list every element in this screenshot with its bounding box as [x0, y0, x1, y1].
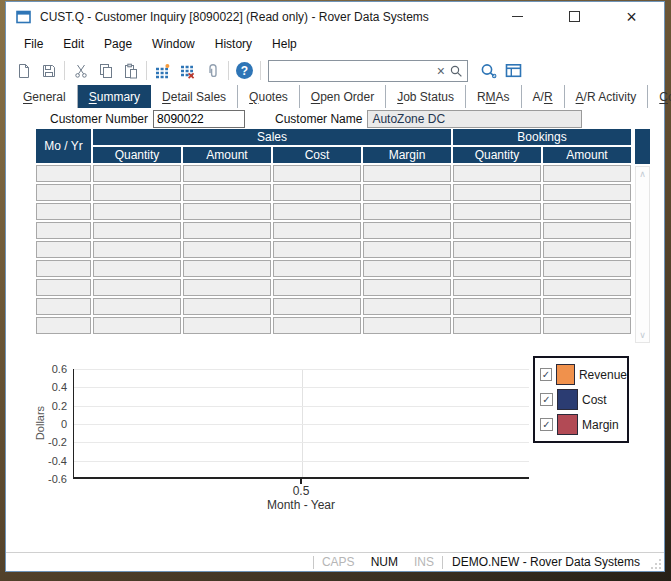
- tab-job-status[interactable]: Job Status: [386, 85, 466, 108]
- menu-page[interactable]: Page: [94, 33, 142, 55]
- scroll-down-icon[interactable]: ∨: [636, 330, 649, 340]
- table-cell[interactable]: [543, 241, 631, 258]
- tab-a-r[interactable]: A/R: [522, 85, 565, 108]
- table-cell[interactable]: [363, 298, 451, 315]
- table-cell[interactable]: [453, 317, 541, 334]
- table-cell[interactable]: [93, 184, 181, 201]
- legend-checkbox-margin[interactable]: ✓: [540, 418, 553, 431]
- tab-general[interactable]: General: [12, 85, 78, 108]
- table-cell[interactable]: [93, 241, 181, 258]
- maximize-button[interactable]: [562, 5, 587, 28]
- table-cell[interactable]: [453, 222, 541, 239]
- table-cell[interactable]: [93, 317, 181, 334]
- table-cell[interactable]: [183, 165, 271, 182]
- table-cell[interactable]: [363, 279, 451, 296]
- table-cell[interactable]: [453, 165, 541, 182]
- delete-rows-button[interactable]: [175, 59, 200, 82]
- attachment-button[interactable]: [200, 59, 225, 82]
- table-cell[interactable]: [363, 203, 451, 220]
- table-cell[interactable]: [36, 260, 91, 277]
- table-cell[interactable]: [93, 298, 181, 315]
- cut-button[interactable]: [68, 59, 93, 82]
- table-cell[interactable]: [273, 222, 361, 239]
- tab-contacts[interactable]: Contacts: [648, 85, 671, 108]
- close-button[interactable]: ×: [619, 5, 644, 28]
- table-cell[interactable]: [363, 260, 451, 277]
- tab-quotes[interactable]: Quotes: [238, 85, 300, 108]
- table-cell[interactable]: [363, 222, 451, 239]
- table-cell[interactable]: [273, 279, 361, 296]
- table-cell[interactable]: [543, 184, 631, 201]
- menu-file[interactable]: File: [14, 33, 53, 55]
- table-cell[interactable]: [183, 203, 271, 220]
- menu-edit[interactable]: Edit: [53, 33, 94, 55]
- table-cell[interactable]: [273, 241, 361, 258]
- table-cell[interactable]: [183, 184, 271, 201]
- table-cell[interactable]: [453, 203, 541, 220]
- search-icon[interactable]: [449, 64, 463, 78]
- customer-number-input[interactable]: [153, 110, 245, 128]
- tab-summary[interactable]: Summary: [78, 85, 151, 108]
- table-cell[interactable]: [36, 241, 91, 258]
- table-cell[interactable]: [36, 203, 91, 220]
- insert-rows-button[interactable]: [150, 59, 175, 82]
- table-cell[interactable]: [543, 317, 631, 334]
- table-cell[interactable]: [543, 260, 631, 277]
- table-cell[interactable]: [183, 222, 271, 239]
- table-cell[interactable]: [36, 222, 91, 239]
- table-cell[interactable]: [36, 184, 91, 201]
- table-cell[interactable]: [453, 241, 541, 258]
- copy-button[interactable]: [93, 59, 118, 82]
- menu-help[interactable]: Help: [262, 33, 307, 55]
- table-cell[interactable]: [453, 298, 541, 315]
- table-cell[interactable]: [93, 279, 181, 296]
- table-cell[interactable]: [543, 298, 631, 315]
- new-document-button[interactable]: [11, 59, 36, 82]
- table-cell[interactable]: [93, 260, 181, 277]
- tab-open-order[interactable]: Open Order: [300, 85, 386, 108]
- lookup-view-button[interactable]: [476, 59, 501, 82]
- paste-button[interactable]: [118, 59, 143, 82]
- help-button[interactable]: [232, 59, 257, 82]
- menu-history[interactable]: History: [205, 33, 262, 55]
- menu-window[interactable]: Window: [142, 33, 205, 55]
- table-cell[interactable]: [93, 203, 181, 220]
- table-cell[interactable]: [93, 222, 181, 239]
- table-cell[interactable]: [363, 241, 451, 258]
- customer-name-field[interactable]: AutoZone DC: [367, 110, 582, 128]
- tab-rmas[interactable]: RMAs: [466, 85, 522, 108]
- table-cell[interactable]: [36, 165, 91, 182]
- window-layout-button[interactable]: [501, 59, 526, 82]
- tab-detail-sales[interactable]: Detail Sales: [151, 85, 238, 108]
- table-cell[interactable]: [453, 279, 541, 296]
- table-cell[interactable]: [363, 317, 451, 334]
- table-cell[interactable]: [183, 279, 271, 296]
- search-input[interactable]: [273, 64, 433, 78]
- table-cell[interactable]: [273, 298, 361, 315]
- table-cell[interactable]: [453, 260, 541, 277]
- table-cell[interactable]: [273, 203, 361, 220]
- table-cell[interactable]: [93, 165, 181, 182]
- table-cell[interactable]: [36, 298, 91, 315]
- table-cell[interactable]: [363, 184, 451, 201]
- table-cell[interactable]: [183, 317, 271, 334]
- table-cell[interactable]: [273, 165, 361, 182]
- table-cell[interactable]: [36, 279, 91, 296]
- table-cell[interactable]: [273, 317, 361, 334]
- table-scrollbar[interactable]: ∧ ∨: [635, 166, 650, 343]
- table-cell[interactable]: [36, 317, 91, 334]
- table-cell[interactable]: [183, 260, 271, 277]
- resize-grip[interactable]: [649, 557, 663, 571]
- table-cell[interactable]: [183, 241, 271, 258]
- table-cell[interactable]: [273, 260, 361, 277]
- legend-checkbox-revenue[interactable]: ✓: [540, 368, 552, 381]
- scroll-up-icon[interactable]: ∧: [636, 169, 649, 179]
- table-cell[interactable]: [543, 203, 631, 220]
- table-cell[interactable]: [543, 165, 631, 182]
- search-clear-icon[interactable]: ×: [433, 64, 449, 78]
- table-cell[interactable]: [273, 184, 361, 201]
- table-cell[interactable]: [183, 298, 271, 315]
- table-cell[interactable]: [363, 165, 451, 182]
- legend-checkbox-cost[interactable]: ✓: [540, 393, 553, 406]
- table-cell[interactable]: [543, 279, 631, 296]
